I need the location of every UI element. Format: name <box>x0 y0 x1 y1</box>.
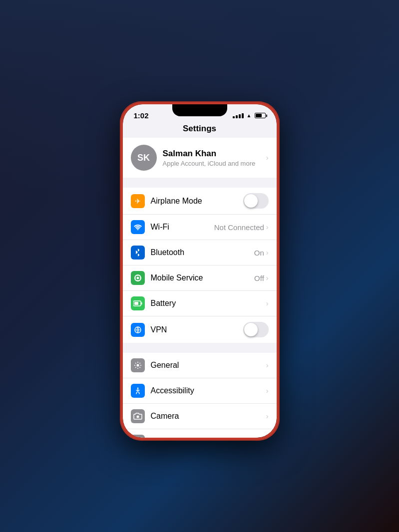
camera-label: Camera <box>151 412 266 421</box>
wifi-value: Not Connected <box>214 223 264 232</box>
control-centre-label: Control Centre <box>151 437 266 438</box>
accessibility-label: Accessibility <box>151 386 266 395</box>
svg-point-6 <box>136 364 139 367</box>
profile-section[interactable]: SK Salman Khan Apple Account, iCloud and… <box>123 138 277 178</box>
accessibility-icon <box>131 384 145 398</box>
wifi-settings-icon <box>131 220 145 234</box>
general-item[interactable]: General › <box>123 353 277 378</box>
phone-body: 1:02 ▲ <box>123 104 277 438</box>
bluetooth-value: On <box>254 249 264 257</box>
wifi-label: Wi-Fi <box>151 223 214 232</box>
accessibility-chevron: › <box>266 387 269 395</box>
signal-icon <box>233 113 244 118</box>
camera-item[interactable]: Camera › <box>123 404 277 429</box>
battery-settings-icon <box>131 296 145 310</box>
profile-chevron: › <box>266 154 269 162</box>
battery-icon <box>255 113 266 118</box>
airplane-mode-item[interactable]: ✈ Airplane Mode <box>123 188 277 215</box>
airplane-toggle[interactable] <box>243 193 269 209</box>
wifi-item[interactable]: Wi-Fi Not Connected › <box>123 215 277 240</box>
page-title-bar: Settings <box>123 122 277 138</box>
general-icon <box>131 358 145 372</box>
svg-point-1 <box>136 277 139 279</box>
status-time: 1:02 <box>134 111 149 120</box>
profile-left: SK Salman Khan Apple Account, iCloud and… <box>131 145 256 171</box>
svg-rect-4 <box>134 302 138 305</box>
vpn-toggle-knob <box>244 323 258 336</box>
wifi-chevron: › <box>266 223 269 231</box>
status-icons: ▲ <box>233 113 266 118</box>
mobile-value: Off <box>254 274 264 282</box>
profile-subtitle: Apple Account, iCloud and more <box>163 160 256 167</box>
mobile-icon <box>131 271 145 285</box>
phone-device: 1:02 ▲ <box>120 101 280 441</box>
vpn-toggle[interactable] <box>243 322 269 337</box>
bluetooth-chevron: › <box>266 249 269 257</box>
settings-scroll[interactable]: SK Salman Khan Apple Account, iCloud and… <box>123 138 277 438</box>
svg-point-7 <box>137 388 138 389</box>
connectivity-group: ✈ Airplane Mode <box>123 188 277 343</box>
battery-settings-item[interactable]: Battery › <box>123 291 277 316</box>
phone-case: 1:02 ▲ <box>120 101 280 441</box>
avatar: SK <box>131 145 157 171</box>
mobile-service-item[interactable]: Mobile Service Off › <box>123 266 277 291</box>
svg-point-8 <box>136 416 139 418</box>
control-centre-item[interactable]: Control Centre › <box>123 429 277 438</box>
profile-row[interactable]: SK Salman Khan Apple Account, iCloud and… <box>131 145 269 171</box>
wifi-icon: ▲ <box>247 113 252 118</box>
system-group: General › Accessibility <box>123 353 277 438</box>
control-centre-icon <box>131 435 145 438</box>
toggle-knob <box>244 194 258 208</box>
profile-info: Salman Khan Apple Account, iCloud and mo… <box>163 149 256 167</box>
profile-name: Salman Khan <box>163 149 256 159</box>
mobile-label: Mobile Service <box>151 273 255 282</box>
svg-rect-3 <box>141 302 142 305</box>
bluetooth-icon <box>131 246 145 260</box>
battery-label: Battery <box>151 299 266 308</box>
accessibility-item[interactable]: Accessibility › <box>123 378 277 404</box>
phone-screen: 1:02 ▲ <box>123 104 277 438</box>
vpn-item[interactable]: VPN <box>123 316 277 343</box>
battery-fill <box>256 114 262 117</box>
mobile-chevron: › <box>266 274 269 282</box>
general-chevron: › <box>266 361 269 369</box>
bluetooth-item[interactable]: Bluetooth On › <box>123 240 277 266</box>
phone-notch <box>172 104 227 116</box>
airplane-label: Airplane Mode <box>151 197 243 206</box>
page-title: Settings <box>183 124 216 133</box>
camera-icon <box>131 409 145 423</box>
battery-chevron: › <box>266 299 269 307</box>
airplane-icon: ✈ <box>131 194 145 208</box>
bluetooth-label: Bluetooth <box>151 248 254 257</box>
vpn-icon <box>131 323 145 337</box>
vpn-label: VPN <box>151 325 243 334</box>
camera-chevron: › <box>266 412 269 420</box>
general-label: General <box>151 361 266 370</box>
